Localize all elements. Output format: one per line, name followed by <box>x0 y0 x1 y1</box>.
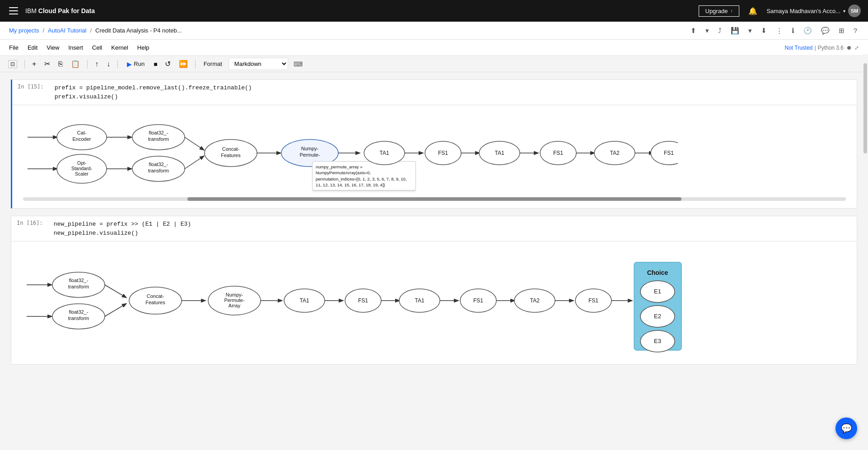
menu-kernel[interactable]: Kernel <box>111 44 128 51</box>
paste-button[interactable]: 📋 <box>68 58 83 70</box>
breadcrumb-sep-1: / <box>42 27 44 34</box>
svg-text:Array: Array <box>229 303 241 308</box>
run-label: Run <box>134 60 145 67</box>
move-up-icon: ↑ <box>95 60 98 68</box>
svg-text:Opt-: Opt- <box>77 160 87 166</box>
separator-3 <box>117 60 118 69</box>
fast-forward-button[interactable]: ⏩ <box>176 58 191 70</box>
svg-text:FS1: FS1 <box>664 150 674 156</box>
hamburger-button[interactable] <box>7 5 20 17</box>
app-title-regular: IBM <box>25 7 38 14</box>
stop-button[interactable]: ■ <box>152 59 159 70</box>
info-button[interactable]: ℹ <box>790 25 796 37</box>
svg-text:E1: E1 <box>654 288 661 295</box>
svg-text:Permute-: Permute- <box>299 152 320 158</box>
paste-icon: 📋 <box>71 60 80 68</box>
user-account[interactable]: Samaya Madhavan's Acco... ▾ SM <box>766 5 861 17</box>
extensions-button[interactable]: ⊞ <box>837 25 846 37</box>
breadcrumb-autoai-tutorial[interactable]: AutoAI Tutorial <box>48 27 86 34</box>
move-down-button[interactable]: ↓ <box>104 58 113 70</box>
upgrade-button[interactable]: Upgrade ↑ <box>699 5 740 17</box>
svg-text:FS1: FS1 <box>438 150 448 156</box>
top-navigation: IBM Cloud Pak for Data Upgrade ↑ 🔔 Samay… <box>0 0 868 22</box>
menu-cell[interactable]: Cell <box>92 44 102 51</box>
avatar: SM <box>848 5 861 17</box>
menu-view[interactable]: View <box>47 44 59 51</box>
cell-15-code[interactable]: prefix = pipeline_model.remove_last().fr… <box>49 80 857 105</box>
breadcrumb-my-projects[interactable]: My projects <box>9 27 39 34</box>
svg-text:transform: transform <box>148 168 169 173</box>
cell-16-input: In [16]: new_pipeline = prefix >> (E1 | … <box>11 216 857 241</box>
download-button[interactable]: ⬇ <box>759 25 769 37</box>
avatar-initials: SM <box>851 8 859 14</box>
breadcrumb-notebook-name: Credit Data Analysis - P4 noteb... <box>95 27 182 34</box>
svg-text:E2: E2 <box>654 313 661 320</box>
svg-text:E3: E3 <box>654 338 661 344</box>
kernel-separator: | <box>815 45 816 51</box>
svg-text:float32_-: float32_- <box>149 162 168 167</box>
svg-text:Choice: Choice <box>647 269 668 276</box>
format-select-wrapper: Markdown Code Raw NBConvert Heading <box>229 58 288 70</box>
move-up-button[interactable]: ↑ <box>92 58 101 70</box>
svg-text:float32_-: float32_- <box>69 278 89 283</box>
app-title-bold: Cloud Pak for Data <box>38 7 95 14</box>
notebook-toolbar: ⊡ + ✂ ⎘ 📋 ↑ ↓ ▶ Run ■ ↺ ⏩ Format Markdow… <box>0 56 868 72</box>
svg-text:FS1: FS1 <box>358 297 368 304</box>
comments-button[interactable]: 💬 <box>819 25 831 37</box>
not-trusted-label[interactable]: Not Trusted <box>784 45 812 51</box>
menu-help[interactable]: Help <box>137 44 149 51</box>
kernel-restart-button[interactable]: ⬆ <box>689 25 698 37</box>
save-dropdown-button[interactable]: ▾ <box>747 25 754 37</box>
breadcrumb-sep-2: / <box>90 27 92 34</box>
restart-button[interactable]: ↺ <box>162 58 173 70</box>
svg-text:Features: Features <box>145 300 165 305</box>
svg-text:Numpy-: Numpy- <box>226 292 243 297</box>
plus-icon: + <box>32 60 36 68</box>
menu-edit[interactable]: Edit <box>28 44 37 51</box>
stop-icon: ■ <box>154 60 157 68</box>
svg-text:float32_-: float32_- <box>149 130 168 135</box>
fast-forward-icon: ⏩ <box>179 60 188 68</box>
upgrade-arrow-icon: ↑ <box>730 9 733 14</box>
pipeline-1-diagram: Cat- Encoder float32_- transform Opt- St… <box>23 112 678 194</box>
upgrade-label: Upgrade <box>705 8 728 14</box>
scissors-button[interactable]: ✂ <box>42 58 53 70</box>
expand-icon[interactable]: ⤢ <box>854 45 859 51</box>
menu-insert[interactable]: Insert <box>68 44 83 51</box>
svg-text:TA1: TA1 <box>415 297 424 304</box>
more-options-button[interactable]: ⋮ <box>774 25 784 37</box>
svg-text:Concat-: Concat- <box>222 146 240 152</box>
run-button[interactable]: ▶ Run <box>122 59 149 70</box>
cell-type-icon-button[interactable]: ⊡ <box>5 58 20 70</box>
vertical-scrollbar[interactable] <box>863 54 868 415</box>
kernel-dropdown-button[interactable]: ▾ <box>704 25 711 37</box>
share-button[interactable]: ⤴ <box>716 25 723 36</box>
svg-text:transform: transform <box>68 284 89 289</box>
format-select[interactable]: Markdown Code Raw NBConvert Heading <box>229 58 288 70</box>
svg-text:Permute-: Permute- <box>224 297 245 303</box>
scissors-icon: ✂ <box>44 60 50 68</box>
help-button[interactable]: ? <box>852 25 859 36</box>
cell-15: In [15]: prefix = pipeline_model.remove_… <box>11 79 857 209</box>
copy-icon: ⎘ <box>58 60 63 68</box>
add-cell-button[interactable]: + <box>29 58 39 70</box>
separator-2 <box>87 60 88 69</box>
menu-file[interactable]: File <box>9 44 19 51</box>
save-button[interactable]: 💾 <box>729 25 741 37</box>
cell-15-hscroll-thumb <box>187 197 681 201</box>
cell-16-code[interactable]: new_pipeline = prefix >> (E1 | E2 | E3) … <box>48 216 857 241</box>
move-down-icon: ↓ <box>107 60 110 68</box>
svg-text:FS1: FS1 <box>553 150 563 156</box>
svg-text:TA2: TA2 <box>610 150 619 156</box>
keyboard-shortcuts-button[interactable]: ⌨ <box>291 59 305 70</box>
copy-button[interactable]: ⎘ <box>56 58 65 70</box>
cell-15-hscroll[interactable] <box>23 197 846 201</box>
svg-text:transform: transform <box>148 136 169 142</box>
separator-1 <box>24 60 25 69</box>
chat-fab-button[interactable]: 💬 <box>835 418 857 439</box>
svg-text:Features: Features <box>221 153 241 158</box>
svg-text:Scaler: Scaler <box>75 171 89 176</box>
cell-16: In [16]: new_pipeline = prefix >> (E1 | … <box>11 216 857 365</box>
history-button[interactable]: 🕐 <box>802 25 814 37</box>
notification-button[interactable]: 🔔 <box>747 5 759 17</box>
